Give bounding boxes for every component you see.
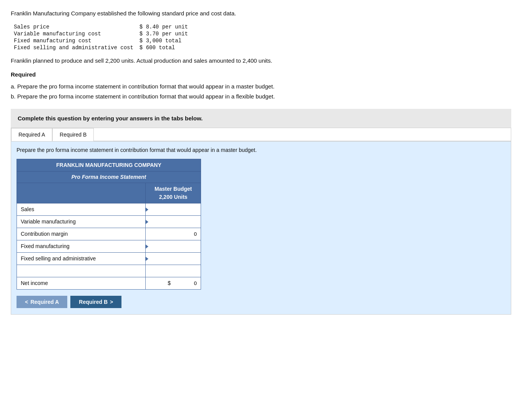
intro-paragraph: Franklin Manufacturing Company establish…: [11, 9, 511, 18]
table-row-net-income: Net income $: [17, 277, 201, 290]
tab-description: Prepare the pro forma income statement i…: [17, 146, 505, 154]
cost-data-table: Sales price $ 8.40 per unit Variable man…: [11, 23, 193, 51]
tab-required-b[interactable]: Required B: [52, 128, 94, 141]
fixed-mfg-input[interactable]: [146, 240, 201, 253]
fixed-selling-label: Fixed selling and administrative: [17, 253, 146, 265]
triangle-icon-fixed-selling: [145, 257, 148, 261]
tab-content-area: Prepare the pro forma income statement i…: [11, 142, 511, 314]
complete-box: Complete this question by entering your …: [11, 109, 511, 128]
table-row-variable-mfg: Variable manufacturing: [17, 216, 201, 228]
fixed-selling-value-input[interactable]: [166, 256, 197, 262]
triangle-icon-variable: [145, 220, 148, 224]
fixed-mfg-value-input[interactable]: [166, 243, 197, 249]
planned-text: Franklin planned to produce and sell 2,2…: [11, 57, 511, 65]
company-name-header: FRANKLIN MANUFACTURING COMPANY: [17, 159, 201, 172]
fixed-mfg-label: Fixed manufacturing: [17, 240, 146, 253]
instruction-b: b. Prepare the pro forma income statemen…: [11, 92, 511, 102]
sales-label: Sales: [17, 203, 146, 216]
contribution-label: Contribution margin: [17, 228, 146, 240]
cost-label-2: Variable manufacturing cost: [11, 30, 138, 37]
table-row-sales: Sales: [17, 203, 201, 216]
next-button[interactable]: Required B: [70, 296, 121, 308]
complete-box-text: Complete this question by entering your …: [18, 115, 203, 122]
tabs-row: Required A Required B: [11, 128, 511, 141]
contribution-value-input[interactable]: [166, 231, 197, 237]
variable-mfg-label: Variable manufacturing: [17, 216, 146, 228]
cost-value-3: $ 3,000 total: [138, 37, 193, 44]
cost-value-1: $ 8.40 per unit: [138, 23, 193, 30]
table-header-company: FRANKLIN MANUFACTURING COMPANY: [17, 159, 201, 172]
cost-value-4: $ 600 total: [138, 44, 193, 51]
variable-mfg-input[interactable]: [146, 216, 201, 228]
net-income-value-input[interactable]: [174, 280, 197, 286]
sales-input[interactable]: [146, 203, 201, 216]
empty-value-cell[interactable]: [146, 265, 201, 277]
empty-value-input[interactable]: [166, 268, 197, 274]
triangle-icon-sales: [145, 207, 148, 212]
table-row: Variable manufacturing cost $ 3.70 per u…: [11, 30, 193, 37]
table-row-fixed-mfg: Fixed manufacturing: [17, 240, 201, 253]
column-header-line1: Master Budget: [155, 186, 192, 192]
cost-value-2: $ 3.70 per unit: [138, 30, 193, 37]
empty-label: [17, 265, 146, 277]
table-row: Fixed manufacturing cost $ 3,000 total: [11, 37, 193, 44]
required-header: Required: [11, 71, 511, 78]
table-row: Sales price $ 8.40 per unit: [11, 23, 193, 30]
dollar-sign: $: [168, 280, 171, 286]
variable-mfg-value-input[interactable]: [166, 219, 197, 225]
instruction-a: a. Prepare the pro forma income statemen…: [11, 82, 511, 92]
net-income-value-cell[interactable]: $: [146, 277, 201, 290]
sales-value-input[interactable]: [166, 207, 197, 212]
table-header-title: Pro Forma Income Statement: [17, 172, 201, 183]
table-header-column: Master Budget 2,200 Units: [17, 183, 201, 203]
nav-buttons-container: Required A Required B: [17, 296, 201, 308]
tabs-container: Required A Required B Prepare the pro fo…: [11, 128, 511, 315]
net-income-label: Net income: [17, 277, 146, 290]
instructions-block: a. Prepare the pro forma income statemen…: [11, 82, 511, 101]
master-budget-header: Master Budget 2,200 Units: [146, 183, 201, 203]
income-statement-wrapper: FRANKLIN MANUFACTURING COMPANY Pro Forma…: [17, 159, 201, 308]
cost-label-4: Fixed selling and administrative cost: [11, 44, 138, 51]
prev-button[interactable]: Required A: [17, 296, 67, 308]
contribution-value-cell[interactable]: [146, 228, 201, 240]
income-statement-table: FRANKLIN MANUFACTURING COMPANY Pro Forma…: [17, 159, 201, 290]
prev-button-label: Required A: [30, 299, 59, 305]
fixed-selling-input[interactable]: [146, 253, 201, 265]
triangle-icon-fixed-mfg: [145, 244, 148, 249]
next-button-label: Required B: [79, 299, 108, 305]
cost-label-1: Sales price: [11, 23, 138, 30]
table-row-fixed-selling: Fixed selling and administrative: [17, 253, 201, 265]
column-header-line2: 2,200 Units: [159, 194, 188, 200]
empty-header: [17, 183, 146, 203]
statement-title-header: Pro Forma Income Statement: [17, 172, 201, 183]
chevron-right-icon: [110, 299, 113, 305]
table-row: Fixed selling and administrative cost $ …: [11, 44, 193, 51]
table-row-contribution: Contribution margin: [17, 228, 201, 240]
cost-label-3: Fixed manufacturing cost: [11, 37, 138, 44]
tab-required-a[interactable]: Required A: [11, 128, 52, 141]
chevron-left-icon: [25, 299, 28, 305]
table-row-empty: [17, 265, 201, 277]
